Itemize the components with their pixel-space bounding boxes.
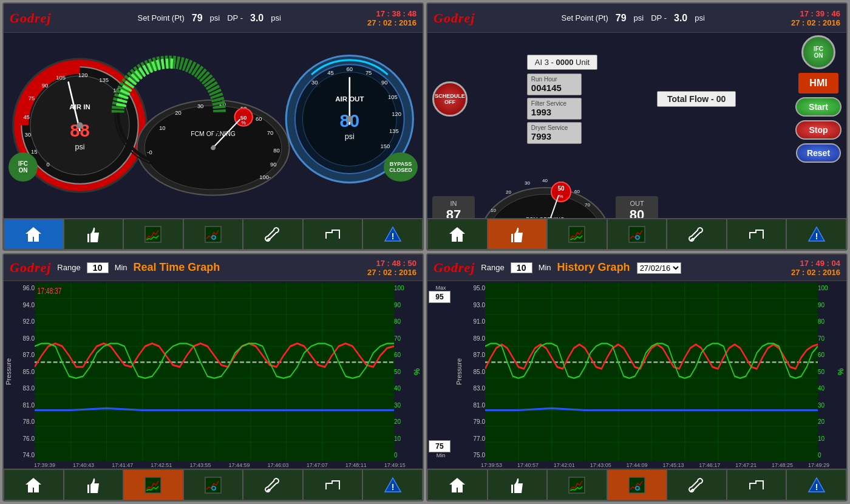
hmi-button[interactable]: HMI bbox=[798, 73, 838, 94]
header-tr: Godrej Set Point (Pt) 79 psi DP - 3.0 ps… bbox=[427, 4, 846, 33]
toolbar-graph1-br[interactable] bbox=[547, 469, 607, 500]
toolbar-alert-tr[interactable]: ! bbox=[786, 219, 846, 250]
graph-canvas-bl: 17:48:37 bbox=[35, 282, 394, 461]
setpoint-unit-tl: psi bbox=[210, 13, 220, 22]
setpoint-label-tl: Set Point (Pt) bbox=[138, 13, 185, 22]
svg-text:%: % bbox=[241, 120, 246, 126]
ifc-status-tl: ON bbox=[19, 167, 28, 174]
run-hour-label: Run Hour bbox=[531, 76, 577, 83]
svg-text:70: 70 bbox=[585, 202, 590, 208]
header-center-tl: Set Point (Pt) 79 psi DP - 3.0 psi bbox=[138, 13, 281, 24]
bypass-badge-tl[interactable]: BYPASS CLOSED bbox=[384, 152, 418, 182]
y-axis-title-bl: Pressure bbox=[4, 282, 13, 461]
svg-point-17 bbox=[76, 122, 83, 128]
graph-container-bl: Pressure 96.0 94.0 92.0 89.0 87.0 85.0 8… bbox=[4, 281, 423, 500]
start-button[interactable]: Start bbox=[795, 97, 841, 117]
stop-button[interactable]: Stop bbox=[795, 120, 841, 140]
logo-tl: Godrej bbox=[10, 10, 51, 26]
ai3-display: AI 3 - 0000 Unit bbox=[527, 55, 597, 70]
toolbar-graph1-tl[interactable] bbox=[123, 219, 183, 250]
svg-text:150: 150 bbox=[380, 143, 390, 149]
filter-service-box: Filter Service 1993 bbox=[527, 98, 582, 120]
svg-text:%: % bbox=[559, 194, 563, 199]
toolbar-thumbs-br[interactable] bbox=[488, 469, 548, 500]
toolbar-thumbs-tl[interactable] bbox=[64, 219, 124, 250]
toolbar-step-tl[interactable] bbox=[303, 219, 363, 250]
time-tl: 17 : 38 : 48 bbox=[367, 9, 416, 18]
dryer-service-label: Dryer Service bbox=[531, 124, 577, 131]
time-br: 17 : 49 : 04 bbox=[791, 259, 840, 268]
svg-text:40: 40 bbox=[542, 178, 548, 183]
toolbar-bl: ! bbox=[4, 469, 423, 500]
ifc-button-tr[interactable]: IFC ON bbox=[801, 35, 835, 69]
toolbar-step-tr[interactable] bbox=[727, 219, 787, 250]
toolbar-alert-br[interactable]: ! bbox=[786, 469, 846, 500]
schedule-button[interactable]: SCHEDULE OFF bbox=[432, 81, 467, 117]
svg-text:90: 90 bbox=[270, 161, 276, 168]
svg-text:100-: 100- bbox=[259, 174, 271, 180]
range-input-bl[interactable]: 10 bbox=[87, 262, 109, 273]
dp-unit-tl: psi bbox=[271, 13, 281, 22]
header-time-br: 17 : 49 : 04 27 : 02 : 2016 bbox=[791, 259, 840, 277]
svg-text:105: 105 bbox=[56, 74, 66, 81]
svg-point-53 bbox=[347, 116, 353, 122]
svg-text:70: 70 bbox=[267, 129, 273, 136]
toolbar-thumbs-tr[interactable] bbox=[488, 219, 548, 250]
header-time-tr: 17 : 39 : 46 27 : 02 : 2016 bbox=[791, 9, 840, 27]
toolbar-step-br[interactable] bbox=[727, 469, 787, 500]
dp-val-tl: 3.0 bbox=[250, 13, 264, 24]
ai3-unit: Unit bbox=[576, 58, 590, 67]
svg-text:90: 90 bbox=[42, 82, 48, 89]
svg-text:90: 90 bbox=[381, 79, 387, 86]
toolbar-home-br[interactable] bbox=[427, 469, 488, 500]
dp-label-tl: DP - bbox=[227, 13, 243, 22]
svg-text:psi: psi bbox=[75, 143, 84, 151]
gauges-svg-tl: 90 105 120 135 150 75 45 30 15 0 AIR IN … bbox=[4, 33, 423, 218]
date-tl: 27 : 02 : 2016 bbox=[367, 18, 416, 27]
tr-main: SCHEDULE OFF AI 3 - 0000 Unit Run Hour 0… bbox=[427, 33, 846, 218]
toolbar-tools-tr[interactable] bbox=[667, 219, 727, 250]
toolbar-home-tr[interactable] bbox=[427, 219, 488, 250]
toolbar-tools-tl[interactable] bbox=[243, 219, 303, 250]
toolbar-graph2-tl[interactable] bbox=[183, 219, 243, 250]
toolbar-home-bl[interactable] bbox=[4, 469, 64, 500]
toolbar-graph2-tr[interactable] bbox=[607, 219, 667, 250]
logo-bl: Godrej bbox=[10, 260, 51, 276]
max-label-br: Max 95 bbox=[429, 285, 453, 303]
toolbar-step-bl[interactable] bbox=[303, 469, 363, 500]
ai3-label: AI 3 - bbox=[535, 58, 554, 67]
svg-text:20: 20 bbox=[506, 189, 511, 195]
toolbar-graph1-bl[interactable] bbox=[123, 469, 183, 500]
ifc-label-tl: IFC bbox=[18, 160, 28, 167]
setpoint-unit-tr: psi bbox=[634, 13, 644, 22]
y-axis-right-bl: 100 90 80 70 60 50 40 30 20 10 0 bbox=[394, 282, 411, 461]
out-label: OUT bbox=[622, 200, 652, 207]
svg-text:psi: psi bbox=[345, 133, 355, 141]
readings-col-tr: Run Hour 004145 Filter Service 1993 Drye… bbox=[527, 73, 582, 144]
svg-text:-0: -0 bbox=[147, 149, 152, 155]
ai3-val: 0000 bbox=[556, 58, 574, 67]
ifc-badge-tl[interactable]: IFC ON bbox=[8, 152, 38, 182]
toolbar-alert-tl[interactable]: ! bbox=[362, 219, 423, 250]
reset-button[interactable]: Reset bbox=[796, 143, 841, 163]
dp-label-tr: DP - bbox=[651, 13, 667, 22]
graph-canvas-br bbox=[485, 282, 818, 461]
svg-text:60: 60 bbox=[347, 66, 353, 72]
toolbar-thumbs-bl[interactable] bbox=[64, 469, 124, 500]
toolbar-tools-bl[interactable] bbox=[243, 469, 303, 500]
totalflow-label: Total Flow - bbox=[667, 94, 714, 104]
toolbar-br: ! bbox=[427, 469, 846, 500]
history-date-select[interactable]: 27/02/16 bbox=[637, 262, 681, 274]
toolbar-graph2-br[interactable] bbox=[607, 469, 667, 500]
toolbar-home-tl[interactable] bbox=[4, 219, 64, 250]
svg-text:75: 75 bbox=[29, 95, 35, 101]
range-input-br[interactable]: 10 bbox=[511, 262, 532, 273]
percent-label-br: % bbox=[835, 282, 846, 461]
svg-text:20: 20 bbox=[175, 109, 181, 116]
range-unit-br: Min bbox=[539, 263, 551, 272]
toolbar-tools-br[interactable] bbox=[667, 469, 727, 500]
toolbar-alert-bl[interactable]: ! bbox=[362, 469, 423, 500]
header-center-tr: Set Point (Pt) 79 psi DP - 3.0 psi bbox=[562, 13, 705, 24]
toolbar-graph1-tr[interactable] bbox=[547, 219, 607, 250]
toolbar-graph2-bl[interactable] bbox=[183, 469, 243, 500]
